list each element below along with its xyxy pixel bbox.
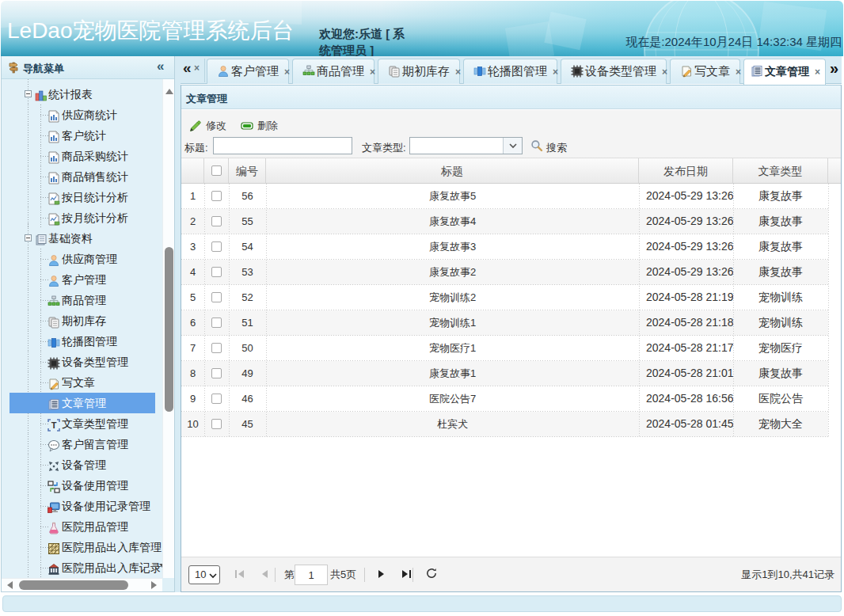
svg-text:T: T [51, 420, 57, 430]
